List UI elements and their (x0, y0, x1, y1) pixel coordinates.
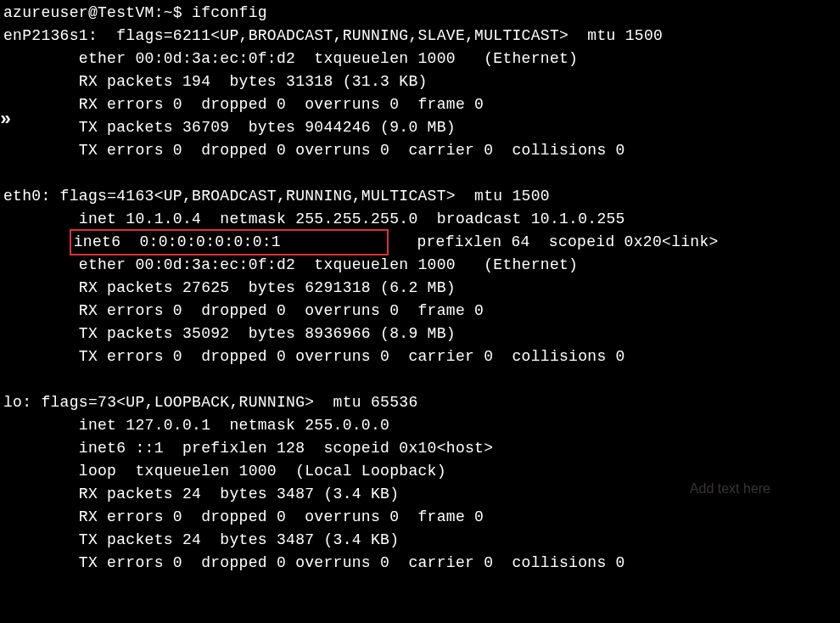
inet6-suffix: prefixlen 64 scopeid 0x20<link> (389, 233, 719, 250)
prompt-path: :~$ (154, 4, 182, 21)
ipv6-highlight-box: inet6 0:0:0:0:0:0:0:1 (70, 229, 389, 255)
side-marker-icon: » (0, 109, 6, 132)
enp-rx-errors: RX errors 0 dropped 0 overruns 0 frame 0 (3, 93, 837, 116)
enp-tx-packets: TX packets 36709 bytes 9044246 (9.0 MB) (3, 116, 837, 139)
eth0-rx-errors: RX errors 0 dropped 0 overruns 0 frame 0 (3, 300, 837, 323)
inet6-prefix (3, 233, 70, 250)
enp-rx-packets: RX packets 194 bytes 31318 (31.3 KB) (3, 70, 837, 93)
lo-rx-errors: RX errors 0 dropped 0 overruns 0 frame 0 (3, 506, 837, 529)
eth0-tx-packets: TX packets 35092 bytes 8936966 (8.9 MB) (3, 323, 837, 345)
add-text-placeholder[interactable]: Add text here (690, 477, 770, 500)
lo-inet6-line: inet6 ::1 prefixlen 128 scopeid 0x10<hos… (3, 437, 837, 460)
eth0-tx-errors: TX errors 0 dropped 0 overruns 0 carrier… (3, 345, 837, 368)
interface-flags: flags=4163<UP,BROADCAST,RUNNING,MULTICAS… (51, 188, 550, 205)
interface-enp-header: enP2136s1: flags=6211<UP,BROADCAST,RUNNI… (3, 25, 837, 48)
interface-flags: flags=73<UP,LOOPBACK,RUNNING> mtu 65536 (31, 394, 417, 411)
interface-eth0-header: eth0: flags=4163<UP,BROADCAST,RUNNING,MU… (3, 185, 837, 208)
interface-name: lo: (3, 394, 31, 411)
lo-tx-errors: TX errors 0 dropped 0 overruns 0 carrier… (3, 552, 837, 575)
eth0-ether-line: ether 00:0d:3a:ec:0f:d2 txqueuelen 1000 … (3, 254, 837, 277)
interface-name: eth0: (3, 188, 51, 205)
lo-tx-packets: TX packets 24 bytes 3487 (3.4 KB) (3, 529, 837, 552)
prompt-command: ifconfig (192, 4, 267, 21)
eth0-inet6-line: inet6 0:0:0:0:0:0:0:1 prefixlen 64 scope… (3, 231, 837, 254)
enp-tx-errors: TX errors 0 dropped 0 overruns 0 carrier… (3, 139, 837, 162)
prompt-line: azureuser@TestVM:~$ ifconfig (3, 2, 837, 25)
interface-lo-header: lo: flags=73<UP,LOOPBACK,RUNNING> mtu 65… (3, 391, 837, 414)
interface-flags: flags=6211<UP,BROADCAST,RUNNING,SLAVE,MU… (98, 27, 663, 44)
eth0-inet-line: inet 10.1.0.4 netmask 255.255.255.0 broa… (3, 208, 837, 231)
prompt-user-host: azureuser@TestVM (3, 4, 154, 21)
lo-inet-line: inet 127.0.0.1 netmask 255.0.0.0 (3, 414, 837, 437)
eth0-rx-packets: RX packets 27625 bytes 6291318 (6.2 MB) (3, 277, 837, 300)
blank-line (3, 368, 837, 391)
enp-ether-line: ether 00:0d:3a:ec:0f:d2 txqueuelen 1000 … (3, 48, 837, 70)
blank-line (3, 162, 837, 185)
interface-name: enP2136s1: (3, 27, 98, 44)
